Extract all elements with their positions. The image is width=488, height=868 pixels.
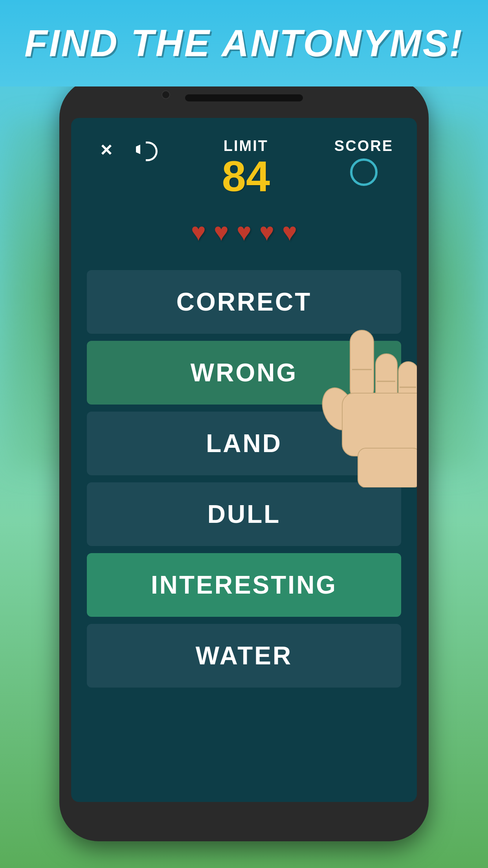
limit-section: LIMIT 84: [222, 138, 270, 198]
header-left: ×: [95, 138, 158, 161]
heart-2: ♥: [214, 217, 229, 246]
phone-screen: × LIMIT 84 SCORE ♥ ♥ ♥ ♥ ♥: [71, 118, 417, 802]
score-label: SCORE: [334, 138, 393, 154]
game-header: × LIMIT 84 SCORE: [71, 118, 417, 210]
answer-button-land[interactable]: LAND: [87, 412, 401, 475]
game-title: FIND THE ANTONYMS!: [24, 22, 463, 65]
close-button[interactable]: ×: [95, 138, 118, 161]
answer-button-dull[interactable]: DULL: [87, 482, 401, 546]
limit-value: 84: [222, 154, 270, 198]
answer-button-wrong[interactable]: WRONG: [87, 341, 401, 405]
phone-frame: × LIMIT 84 SCORE ♥ ♥ ♥ ♥ ♥: [59, 79, 429, 841]
heart-4: ♥: [259, 217, 274, 246]
close-icon: ×: [101, 138, 112, 161]
phone-top-bar: [185, 94, 303, 101]
answers-container: CORRECT WRONG LAND DULL INTERESTING WATE…: [71, 270, 417, 688]
heart-1: ♥: [191, 217, 206, 246]
sound-icon: [136, 142, 156, 157]
answer-button-water[interactable]: WATER: [87, 624, 401, 688]
score-circle: [350, 158, 378, 186]
hearts-row: ♥ ♥ ♥ ♥ ♥: [71, 217, 417, 246]
answer-button-correct[interactable]: CORRECT: [87, 270, 401, 334]
heart-5: ♥: [282, 217, 297, 246]
title-area: FIND THE ANTONYMS!: [0, 0, 488, 86]
score-section: SCORE: [334, 138, 393, 186]
phone-camera: [161, 90, 170, 99]
heart-3: ♥: [237, 217, 251, 246]
answer-button-interesting[interactable]: INTERESTING: [87, 553, 401, 617]
sound-button[interactable]: [134, 138, 158, 161]
